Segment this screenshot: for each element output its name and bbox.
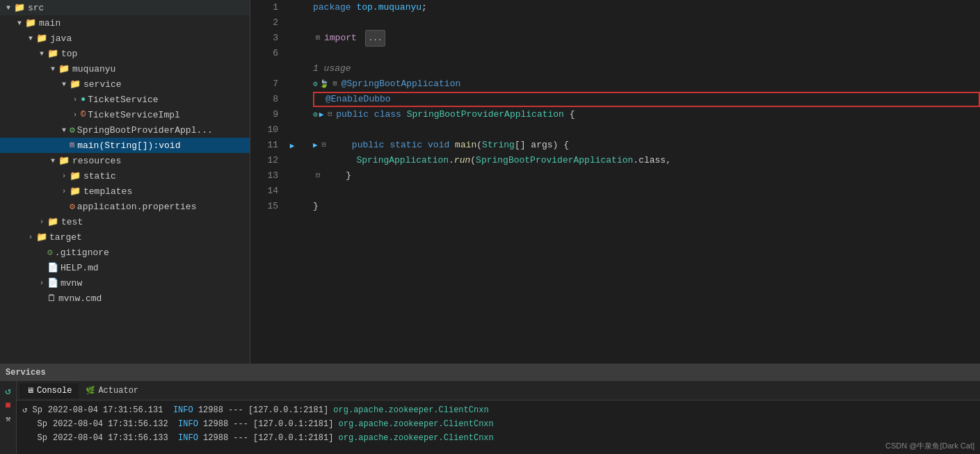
arrow-service[interactable]: ▼ — [58, 81, 70, 88]
run-icon-11[interactable]: ▶ — [313, 138, 318, 153]
line-num-13: 13 — [250, 168, 278, 184]
tab-actuator[interactable]: 🌿 Actuator — [79, 383, 145, 398]
arrow-ticketservice[interactable]: › — [70, 96, 81, 104]
cls-springbootprovider: SpringBootProviderApplication — [476, 153, 633, 168]
fold-icon-7[interactable]: ⊞ — [330, 79, 340, 89]
fold-icon-13[interactable]: ⊟ — [313, 171, 323, 181]
arrow-springbootapp[interactable]: ▼ — [58, 127, 70, 134]
cls-string: String — [482, 138, 515, 153]
tree-item-test[interactable]: › 📁 test — [0, 214, 250, 229]
stop-button[interactable]: ■ — [5, 400, 10, 411]
prefix-2: Sp — [22, 417, 47, 431]
prefix-3: Sp — [22, 431, 47, 445]
arrow-target[interactable]: › — [25, 234, 36, 241]
arrow-muquanyu[interactable]: ▼ — [47, 65, 58, 73]
gutter-7 — [285, 76, 299, 92]
arrow-main[interactable]: ▼ — [14, 19, 25, 27]
code-line-1: package top.muquanyu; — [313, 0, 980, 15]
tree-item-top[interactable]: ▼ 📁 top — [0, 46, 250, 61]
class-icon-ticketserviceimpl: © — [81, 110, 86, 120]
tree-item-templates[interactable]: › 📁 templates — [0, 184, 250, 199]
line-num-2: 2 — [250, 15, 278, 31]
tree-item-mvnw[interactable]: › 📄 mvnw — [0, 275, 250, 291]
ts-1: 2022-08-04 17:31:56.131 — [48, 403, 163, 417]
code-line-8: ⊞ @EnableDubbo — [313, 92, 980, 107]
tree-item-service[interactable]: ▼ 📁 service — [0, 76, 250, 92]
springboot-icon: ⚙ — [313, 76, 318, 92]
tree-item-target[interactable]: › 📁 target — [0, 229, 250, 245]
console-output: ↺ Sp 2022-08-04 17:31:56.131 INFO 12988 … — [17, 400, 980, 454]
arrow-java[interactable]: ▼ — [25, 35, 36, 42]
label-springbootapp: SpringBootProviderAppl... — [77, 125, 213, 136]
gutter-usage — [285, 61, 299, 76]
refresh-button[interactable]: ↺ — [5, 385, 10, 397]
semicolon-1: ; — [421, 0, 427, 15]
tree-item-gitignore[interactable]: › ⚙ .gitignore — [0, 245, 250, 260]
code-editor[interactable]: 1 2 3 6 · 7 8 9 10 11 12 13 14 15 — [250, 0, 980, 364]
tree-item-resources[interactable]: ▼ 📁 resources — [0, 153, 250, 168]
fold-icon-11[interactable]: ⊟ — [319, 140, 329, 150]
arrow-icon-9: ▶ — [319, 107, 324, 122]
level-3: INFO — [178, 431, 198, 445]
level-2: INFO — [178, 417, 198, 431]
file-icon-mvnw: 📄 — [47, 277, 58, 289]
tree-item-ticketservice[interactable]: › ● TicketService — [0, 92, 250, 107]
tree-item-main[interactable]: ▼ 📁 main — [0, 15, 250, 31]
addr-1: [127.0.0.1:2181] — [248, 403, 328, 417]
console-line-3: Sp 2022-08-04 17:31:56.133 INFO 12988 --… — [22, 431, 974, 445]
keyword-import: import — [324, 31, 362, 46]
brace-open: { — [564, 107, 575, 122]
package-name: top.muquanyu — [356, 0, 421, 15]
tree-item-java[interactable]: ▼ 📁 java — [0, 31, 250, 46]
tree-item-muquanyu[interactable]: ▼ 📁 muquanyu — [0, 61, 250, 76]
paren-12: ( — [470, 153, 476, 168]
arrow-templates[interactable]: › — [58, 188, 70, 195]
tree-item-helpmd[interactable]: › 📄 HELP.md — [0, 260, 250, 275]
arrow-ticketserviceimpl[interactable]: › — [70, 111, 81, 119]
folder-icon-src: 📁 — [14, 2, 25, 13]
code-line-9: ⚙ ▶ ⊟ public class SpringBootProviderApp… — [313, 107, 980, 122]
code-line-usage: 1 usage — [313, 61, 980, 76]
line-num-3: 3 — [250, 31, 278, 46]
line-num-1: 1 — [250, 0, 278, 15]
tree-item-mvnwcmd[interactable]: › 🗒 mvnw.cmd — [0, 291, 250, 306]
tree-item-springbootapp[interactable]: ▼ ⚙ SpringBootProviderAppl... — [0, 122, 250, 138]
arrow-mvnw[interactable]: › — [36, 279, 47, 287]
line-num-8: 8 — [250, 92, 278, 107]
gutter-14 — [285, 184, 299, 199]
gitignore-icon: ⚙ — [47, 247, 53, 258]
tree-item-main-method[interactable]: m main(String[]):void — [0, 138, 250, 153]
line-numbers: 1 2 3 6 · 7 8 9 10 11 12 13 14 15 — [250, 0, 285, 364]
bottom-tabs: 🖥 Console 🌿 Actuator — [17, 381, 980, 400]
build-button[interactable]: ⚒ — [6, 414, 10, 424]
fold-icon-3[interactable]: ⊞ — [313, 33, 323, 43]
code-line-12: SpringApplication.run(SpringBootProvider… — [313, 153, 980, 168]
gutter-11[interactable]: ▶ — [285, 138, 299, 153]
line-num-14: 14 — [250, 184, 278, 199]
arrow-static[interactable]: › — [58, 172, 70, 180]
gutter-8 — [285, 92, 299, 107]
dot-12: . — [449, 153, 454, 168]
sep-1: --- — [228, 403, 243, 417]
arrow-resources[interactable]: ▼ — [47, 157, 58, 165]
arrow-top[interactable]: ▼ — [36, 50, 47, 58]
arrow-test[interactable]: › — [36, 218, 47, 226]
tree-item-ticketserviceimpl[interactable]: › © TicketServiceImpl — [0, 107, 250, 122]
line-num-12: 12 — [250, 153, 278, 168]
file-tree[interactable]: ▼ 📁 src ▼ 📁 main ▼ 📁 java ▼ 📁 top ▼ — [0, 0, 250, 364]
md-icon: 📄 — [47, 262, 58, 273]
tab-console[interactable]: 🖥 Console — [19, 383, 79, 398]
label-appprops: application.properties — [77, 202, 197, 212]
label-gitignore: .gitignore — [55, 248, 109, 258]
tree-item-static[interactable]: › 📁 static — [0, 168, 250, 184]
arrow-src[interactable]: ▼ — [3, 4, 14, 12]
line-num-15: 15 — [250, 199, 278, 214]
gutter-6 — [285, 46, 299, 61]
tree-item-appprops[interactable]: › ⚙ application.properties — [0, 199, 250, 214]
fold-icon-9[interactable]: ⊟ — [325, 110, 335, 120]
label-static: static — [83, 171, 116, 181]
tree-item-src[interactable]: ▼ 📁 src — [0, 0, 250, 15]
prefix-1: ↺ Sp — [22, 403, 42, 417]
actuator-icon: 🌿 — [86, 386, 95, 395]
gutter-15 — [285, 199, 299, 214]
